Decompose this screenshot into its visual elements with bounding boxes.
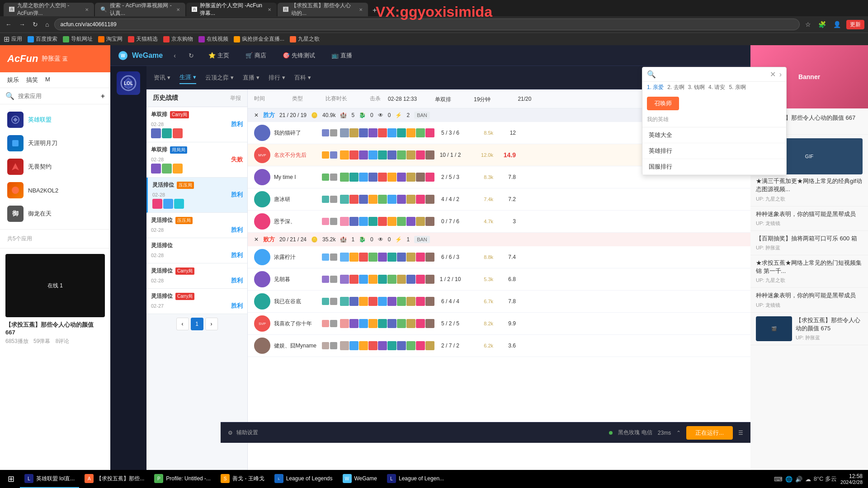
menu-server-rank[interactable]: 国服排行 <box>642 159 786 175</box>
taskbar-item-lol2[interactable]: L League of Legends <box>270 470 337 488</box>
tab-4-close[interactable]: ✕ <box>359 7 363 12</box>
sidebar-rec-4[interactable]: 【百期抽奖】抽将两箱可口可乐 600 箱 UP: 肿胀蓝 <box>750 231 868 255</box>
suggestion-5[interactable]: 5. 亲啊 <box>729 84 745 91</box>
bookmark-taobao[interactable]: 淘宝网 <box>98 35 123 43</box>
tab-4[interactable]: 🅰 【求投五蕉】那些令人心动的... ✕ <box>278 3 368 16</box>
bookmark-jiuxing[interactable]: 九星之歌 <box>290 35 320 43</box>
bookmark-apps[interactable]: ⊞ 应用 <box>4 35 22 43</box>
sidebar-rec-3[interactable]: 种种迷象表明，你的猫可能是黑帮成员 UP: 龙镜镜 <box>750 206 868 231</box>
wegame-back-btn[interactable]: ‹ <box>172 50 178 61</box>
menu-hero-all[interactable]: 英雄大全 <box>642 127 786 143</box>
sidebar-item-yu[interactable]: 御 御龙在天 <box>0 202 110 225</box>
match-card-6[interactable]: 灵活排位 Carry局 02-28 胜利 <box>146 263 247 289</box>
sidebar-rec-5[interactable]: ★求投五蕉★网络上常见的热门短视频集锦 第一千... UP: 九星之歌 <box>750 255 868 288</box>
lol-label: 英雄联盟 <box>28 116 52 124</box>
bookmark-button[interactable]: ☆ <box>803 19 813 30</box>
sidebar-rec-7[interactable]: 🎬 【求投五蕉】那些令人心动的颜值 675 UP: 肿胀蓝 <box>750 313 868 345</box>
tab-3[interactable]: 🅰 肿胀蓝的个人空间 -AcFun弹幕... ✕ <box>186 3 277 16</box>
suggestion-1[interactable]: 1. 亲爱 <box>647 84 664 91</box>
tab-1[interactable]: 🅰 九星之歌的个人空间 -AcFun弹... ✕ <box>4 3 94 16</box>
sidebar-item-tft[interactable]: 天涯明月刀 <box>0 131 110 155</box>
expand-icon[interactable]: ⌃ <box>676 430 681 436</box>
match-date-5: 02-28 <box>151 253 164 258</box>
add-icon[interactable]: + <box>101 92 105 100</box>
bookmark-live[interactable]: 疯抢拼金全直播... <box>234 35 284 43</box>
bookmark-baidu[interactable]: 百度搜索 <box>28 35 57 43</box>
bookmark-video[interactable]: 在线视频 <box>198 35 228 43</box>
clear-search-icon[interactable]: ✕ <box>770 70 776 79</box>
url-field[interactable]: acfun.cn/v/ac40661189 <box>54 19 800 30</box>
home-icon: ⭐ <box>208 52 216 59</box>
sidebar-item-lol[interactable]: 英雄联盟 <box>0 108 110 131</box>
menu-icon[interactable]: ☰ <box>738 430 743 436</box>
tab-1-close[interactable]: ✕ <box>85 7 89 12</box>
game-count: 共5个应用 <box>0 229 110 248</box>
suggestion-2[interactable]: 2. 去啊 <box>667 84 684 91</box>
extensions-button[interactable]: 🧩 <box>816 19 828 30</box>
sidebar-rec-6[interactable]: 种种迷象表明，你的狗可能是黑帮成员 UP: 龙镜镜 <box>750 288 868 312</box>
network-icon[interactable]: 🌐 <box>785 476 793 483</box>
next-page-btn[interactable]: › <box>205 318 218 330</box>
page-1-btn[interactable]: 1 <box>191 318 203 330</box>
taskbar-item-acfun[interactable]: A 【求投五蕉】那些... <box>80 470 149 488</box>
match-card-5[interactable]: 灵活排位 02-28 胜利 <box>146 238 247 263</box>
acfun-search-input[interactable] <box>18 93 97 99</box>
tab-career[interactable]: 生涯 ▾ <box>179 71 196 84</box>
profile-button[interactable]: 👤 <box>831 19 843 30</box>
prev-page-btn[interactable]: ‹ <box>176 318 189 330</box>
taskbar-item-profile[interactable]: P Profile: Untitled -... <box>150 470 215 488</box>
wegame-refresh-btn[interactable]: ↻ <box>187 50 196 61</box>
tab-news[interactable]: 资讯 ▾ <box>154 71 170 84</box>
summon-btn[interactable]: 召唤师 <box>647 97 679 110</box>
forward-button[interactable]: → <box>17 19 27 30</box>
reload-button[interactable]: ↻ <box>31 19 40 30</box>
menu-hero-rank[interactable]: 英雄排行 <box>642 143 786 159</box>
match-card-4[interactable]: 灵活排位 压压局 02-28 胜利 <box>146 213 247 238</box>
search-dropdown-input[interactable]: q'a <box>660 71 766 78</box>
taskbar-item-wegame[interactable]: W WeGame <box>338 470 382 488</box>
lol-selector-icon[interactable]: LOL <box>117 71 140 95</box>
back-button[interactable]: ← <box>4 19 14 30</box>
match-card-7[interactable]: 灵活排位 Carry局 02-27 胜利 <box>146 289 247 314</box>
match-card-1[interactable]: 单双排 Carry局 02-28 胜利 <box>146 107 247 142</box>
wegame-nav-shop[interactable]: 🛒 商店 <box>242 50 270 61</box>
tab-2-close[interactable]: ✕ <box>176 7 180 12</box>
tab-rank[interactable]: 排行 ▾ <box>269 71 285 84</box>
taskbar-item-shange[interactable]: S 善戈 - 王峰戈 <box>216 470 269 488</box>
win-ban-btn[interactable]: BAN <box>414 112 430 119</box>
tab-2[interactable]: 🔍 搜索 - AcFun弹幕视频网 - 认真... ✕ <box>95 3 185 16</box>
match-card-3[interactable]: 灵活排位 压压局 02-28 胜利 <box>146 178 247 213</box>
suggestion-4[interactable]: 4. 请安 <box>708 84 725 91</box>
bookmark-jd[interactable]: 京东购物 <box>163 35 193 43</box>
wegame-nav-live[interactable]: 📺 直播 <box>328 50 356 61</box>
wegame-nav-home[interactable]: ⭐ 主页 <box>205 50 233 61</box>
new-tab-button[interactable]: + <box>369 5 380 16</box>
tab-3-close[interactable]: ✕ <box>268 7 271 12</box>
tab-tft[interactable]: 云顶之弈 ▾ <box>205 71 234 84</box>
match-card-2[interactable]: 单双排 用局局 02-28 失败 <box>146 142 247 178</box>
home-button[interactable]: ⌂ <box>43 19 51 30</box>
keyboard-icon[interactable]: ⌨ <box>774 476 783 483</box>
tab-live[interactable]: 直播 ▾ <box>243 71 259 84</box>
sidebar-item-nba[interactable]: NBA2KOL2 <box>0 178 110 202</box>
wegame-nav-test[interactable]: 🎯 先锋测试 <box>279 50 319 61</box>
chevron-right-icon[interactable]: › <box>779 70 782 79</box>
sidebar-item-valo[interactable]: 无畏契约 <box>0 155 110 178</box>
acfun-nav-item[interactable]: 娱乐 <box>7 76 19 84</box>
weather-icon[interactable]: ☁ <box>805 476 811 483</box>
taskbar-item-lol[interactable]: L 英雄联盟 lol直... <box>20 470 79 488</box>
bookmark-nav[interactable]: 导航网址 <box>63 35 93 43</box>
volume-icon[interactable]: 🔊 <box>795 476 802 483</box>
update-button[interactable]: 更新 <box>846 20 864 29</box>
acfun-nav-item2[interactable]: 搞笑 <box>26 76 38 84</box>
report-button[interactable]: 举报 <box>230 94 241 102</box>
bookmark-tmall[interactable]: 天猫精选 <box>128 35 158 43</box>
taskbar-item-lol3[interactable]: L League of Legen... <box>382 470 448 488</box>
start-button[interactable]: ⊞ <box>2 470 20 488</box>
tab-wiki[interactable]: 百科 ▾ <box>294 71 311 84</box>
running-button[interactable]: 正在运行... <box>686 426 733 440</box>
lose-ban-btn[interactable]: BAN <box>414 236 430 243</box>
suggestion-3[interactable]: 3. 钱啊 <box>688 84 705 91</box>
acfun-nav-item3[interactable]: M <box>45 76 50 84</box>
taskbar-clock[interactable]: 12:58 2024/2/28 <box>840 473 863 485</box>
